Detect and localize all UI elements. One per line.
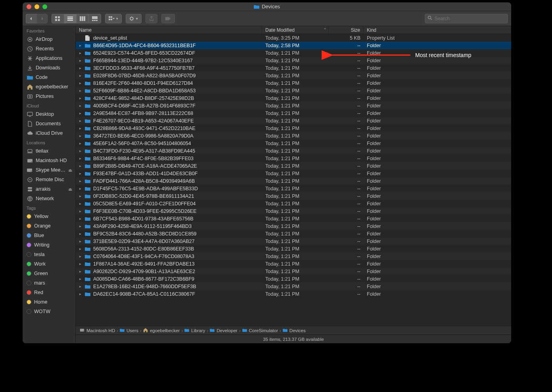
disclosure-triangle-icon[interactable]: ▸ — [78, 51, 82, 55]
table-row[interactable]: ▸371BE5E9-02D9-43E4-A47A-8D07A360AB27Tod… — [76, 237, 511, 245]
table-row[interactable]: ▸CB28B866-9DA8-493C-9471-C452D2210BAETod… — [76, 124, 511, 132]
table-row[interactable]: ▸3ECFDDD3-9533-4F68-A9F4-4517750FB7B7Tod… — [76, 64, 511, 72]
disclosure-triangle-icon[interactable]: ▸ — [78, 88, 82, 93]
sidebar-item[interactable]: arrakis⏏ — [23, 184, 75, 194]
disclosure-triangle-icon[interactable]: ▸ — [78, 179, 82, 183]
disclosure-triangle-icon[interactable]: ▸ — [78, 209, 82, 213]
col-kind[interactable]: Kind — [364, 26, 511, 34]
disclosure-triangle-icon[interactable]: ▸ — [78, 194, 82, 198]
path-segment[interactable]: Library — [184, 328, 205, 333]
disclosure-triangle-icon[interactable]: ▸ — [78, 186, 82, 191]
disclosure-triangle-icon[interactable]: ▸ — [78, 231, 82, 236]
sidebar-item[interactable]: Green — [23, 269, 75, 278]
table-row[interactable]: ▸6B7CF543-B988-4D01-9738-43ABFE65756BTod… — [76, 215, 511, 222]
disclosure-triangle-icon[interactable]: ▸ — [78, 262, 82, 266]
path-segment[interactable]: egoebelbecker — [143, 328, 180, 333]
disclosure-triangle-icon[interactable]: ▸ — [78, 134, 82, 138]
table-row[interactable]: ▸A90262DC-D929-4709-90B1-A13A1AE63CE2Tod… — [76, 268, 511, 275]
disclosure-triangle-icon[interactable]: ▸ — [78, 224, 82, 228]
sidebar-item[interactable]: Remote Disc — [23, 175, 75, 184]
close-button[interactable] — [27, 4, 31, 9]
table-row[interactable]: ▸E1A278EB-16B2-41DE-948D-7660DDF5EF3BTod… — [76, 283, 511, 290]
path-segment[interactable]: Users — [120, 328, 138, 333]
sidebar-item[interactable]: Code — [23, 73, 75, 82]
table-row[interactable]: ▸FADFD441-766A-428A-B5C8-4D9394949A6BTod… — [76, 177, 511, 185]
sidebar-item[interactable]: Applications — [23, 54, 75, 63]
col-date-modified[interactable]: Date Modified˅ — [262, 26, 329, 34]
maximize-button[interactable] — [42, 4, 47, 9]
disclosure-triangle-icon[interactable]: ▸ — [78, 103, 82, 108]
view-icon-button[interactable] — [52, 14, 64, 23]
table-row[interactable]: ▸0F2DB83C-52D0-4E45-978B-BE6911134A21Tod… — [76, 192, 511, 200]
table-row[interactable]: ▸2A9E5484-EC87-4FB8-9B97-28113E222C68Tod… — [76, 109, 511, 117]
sidebar-item[interactable]: Home — [23, 297, 75, 307]
disclosure-triangle-icon[interactable]: ▸ — [78, 254, 82, 258]
sidebar-item[interactable]: mars — [23, 278, 75, 288]
table-row[interactable]: ▸52F6609F-6B86-44E2-A8CD-BBDA1D658A53Tod… — [76, 87, 511, 94]
disclosure-triangle-icon[interactable]: ▸ — [78, 201, 82, 206]
sidebar-item[interactable]: Desktop — [23, 109, 75, 119]
sidebar-item[interactable]: WOTW — [23, 307, 75, 316]
disclosure-triangle-icon[interactable]: ▸ — [78, 73, 82, 78]
disclosure-triangle-icon[interactable]: ▸ — [78, 247, 82, 251]
path-segment[interactable]: Macintosh HD — [80, 328, 115, 333]
table-row[interactable]: ▸F93E47BF-0A1D-433B-ADD1-41D4DE63CB0FTod… — [76, 170, 511, 177]
sidebar-item[interactable]: Pictures — [23, 92, 75, 101]
view-gallery-button[interactable] — [88, 14, 101, 23]
sidebar-item[interactable]: Yellow — [23, 212, 75, 221]
col-size[interactable]: Size — [329, 26, 364, 34]
disclosure-triangle-icon[interactable]: ▸ — [78, 66, 82, 70]
disclosure-triangle-icon[interactable]: ▸ — [78, 58, 82, 63]
table-row[interactable]: ▸43A9F290-4258-4E9A-9112-51195F464BD3Tod… — [76, 222, 511, 230]
sidebar-item[interactable]: Skype Mee…⏏ — [23, 165, 75, 175]
table-row[interactable]: ▸816E42FE-2F60-4480-8D01-F94ED6127D84Tod… — [76, 79, 511, 87]
table-row[interactable]: ▸D1F45FC5-76C5-4E9B-ADBA-499ABFE5B33DTod… — [76, 185, 511, 192]
sidebar-item[interactable]: tleilax — [23, 146, 75, 156]
sidebar-item[interactable]: Work — [23, 259, 75, 269]
share-button[interactable] — [146, 14, 157, 23]
disclosure-triangle-icon[interactable]: ▸ — [78, 43, 82, 48]
disclosure-triangle-icon[interactable]: ▸ — [78, 96, 82, 100]
sidebar-item[interactable]: Orange — [23, 221, 75, 231]
table-row[interactable]: ▸428CF44E-9852-484D-B8DF-257425E98D2BTod… — [76, 94, 511, 102]
disclosure-triangle-icon[interactable]: ▸ — [78, 284, 82, 289]
disclosure-triangle-icon[interactable]: ▸ — [78, 269, 82, 273]
disclosure-triangle-icon[interactable]: ▸ — [78, 292, 82, 296]
table-row[interactable]: ▸B63346F6-98B4-4F4C-8F0E-5B82B39FFE03Tod… — [76, 155, 511, 162]
eject-icon[interactable]: ⏏ — [68, 168, 72, 173]
sidebar-item[interactable]: Documents — [23, 119, 75, 128]
disclosure-triangle-icon[interactable]: ▸ — [78, 164, 82, 168]
table-row[interactable]: ▸B4C73FD0-F230-4E95-A317-AB38FD9EA445Tod… — [76, 147, 511, 155]
sidebar-item[interactable]: tesla — [23, 250, 75, 259]
disclosure-triangle-icon[interactable]: ▸ — [78, 119, 82, 123]
disclosure-triangle-icon[interactable]: ▸ — [78, 239, 82, 243]
table-row[interactable]: ▸F6F3EE0B-C70B-4D33-9FEE-62995C5D26EETod… — [76, 207, 511, 215]
col-name[interactable]: Name — [76, 26, 262, 34]
table-row[interactable]: ▸E028F8D6-07BD-46D8-A822-B9A5BA0F07D9Tod… — [76, 72, 511, 79]
disclosure-triangle-icon[interactable]: ▸ — [78, 141, 82, 145]
sidebar-item[interactable]: Downloads — [23, 63, 75, 73]
group-by-button[interactable]: ▾ — [105, 14, 122, 23]
table-row[interactable]: ▸1F867A14-36AE-492E-9491-FFA2BFDABE13Tod… — [76, 260, 511, 268]
table-row[interactable]: ▸05C5D8E5-EA69-491F-A010-C2FE1D0FFE04Tod… — [76, 200, 511, 207]
sidebar-item[interactable]: Red — [23, 288, 75, 297]
path-segment[interactable]: Developer — [210, 328, 237, 333]
sidebar-item[interactable]: Writing — [23, 240, 75, 250]
table-row[interactable]: ▸F4E26707-9EC0-4B19-A653-42A067A40EFETod… — [76, 117, 511, 124]
search-field[interactable] — [425, 14, 508, 23]
table-row[interactable]: ▸4005BCF4-D68F-4C1B-A27B-D914F6893C7FTod… — [76, 102, 511, 109]
disclosure-triangle-icon[interactable]: ▸ — [78, 171, 82, 176]
disclosure-triangle-icon[interactable]: ▸ — [78, 81, 82, 85]
disclosure-triangle-icon[interactable]: ▸ — [78, 149, 82, 153]
table-row[interactable]: ▸364727E0-BE66-4EC0-9986-5A8820A79D0ATod… — [76, 132, 511, 140]
action-button[interactable]: ▾ — [126, 14, 142, 23]
sidebar-item[interactable]: Blue — [23, 231, 75, 240]
tags-button[interactable] — [161, 14, 175, 23]
sidebar-item[interactable]: egoebelbecker — [23, 82, 75, 92]
path-segment[interactable]: Devices — [283, 328, 306, 333]
disclosure-triangle-icon[interactable]: ▸ — [78, 156, 82, 161]
path-segment[interactable]: CoreSimulator — [242, 328, 278, 333]
table-row[interactable]: ▸B66E4D95-1DDA-4FC4-B604-9532311BEB1FTod… — [76, 42, 511, 49]
back-button[interactable] — [26, 14, 36, 23]
table-row[interactable]: ▸C0764064-4D8E-43F1-94CA-F76CD08078A3Tod… — [76, 252, 511, 260]
